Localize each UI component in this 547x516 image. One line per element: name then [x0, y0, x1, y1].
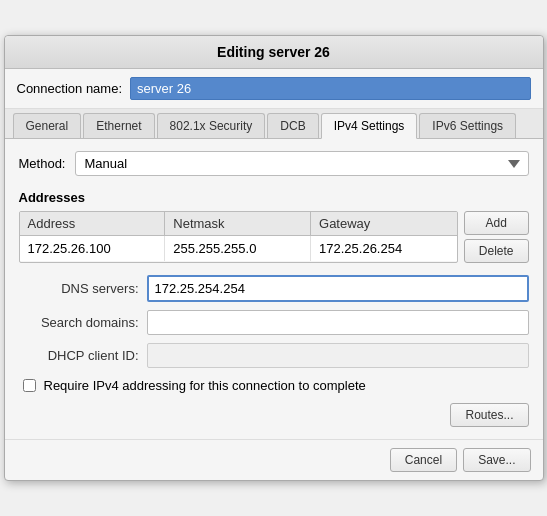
connection-name-row: Connection name:	[5, 69, 543, 109]
tab-ipv4[interactable]: IPv4 Settings	[321, 113, 418, 139]
dns-input[interactable]	[147, 275, 529, 302]
search-row: Search domains:	[19, 310, 529, 335]
add-button[interactable]: Add	[464, 211, 529, 235]
tab-content-ipv4: Method: Manual Addresses Address Netmask…	[5, 139, 543, 439]
addresses-section: Addresses Address Netmask Gateway 172.25…	[19, 190, 529, 263]
tab-8021x[interactable]: 802.1x Security	[157, 113, 266, 138]
search-input[interactable]	[147, 310, 529, 335]
require-ipv4-checkbox[interactable]	[23, 379, 36, 392]
require-ipv4-row: Require IPv4 addressing for this connect…	[19, 378, 529, 393]
method-row: Method: Manual	[19, 151, 529, 176]
col-gateway: Gateway	[311, 212, 457, 235]
cancel-button[interactable]: Cancel	[390, 448, 457, 472]
dhcp-label: DHCP client ID:	[19, 348, 139, 363]
connection-name-input[interactable]	[130, 77, 530, 100]
dns-label: DNS servers:	[19, 281, 139, 296]
routes-button[interactable]: Routes...	[450, 403, 528, 427]
dialog-title: Editing server 26	[5, 36, 543, 69]
tabs-bar: General Ethernet 802.1x Security DCB IPv…	[5, 109, 543, 139]
addresses-table-wrap: Address Netmask Gateway 172.25.26.100 25…	[19, 211, 529, 263]
tab-ipv6[interactable]: IPv6 Settings	[419, 113, 516, 138]
dhcp-input	[147, 343, 529, 368]
addresses-title: Addresses	[19, 190, 529, 205]
col-netmask: Netmask	[165, 212, 311, 235]
search-label: Search domains:	[19, 315, 139, 330]
cell-netmask: 255.255.255.0	[165, 236, 311, 261]
table-row[interactable]: 172.25.26.100 255.255.255.0 172.25.26.25…	[20, 236, 457, 261]
cell-address: 172.25.26.100	[20, 236, 166, 261]
require-ipv4-label: Require IPv4 addressing for this connect…	[44, 378, 366, 393]
dns-row: DNS servers:	[19, 275, 529, 302]
method-select[interactable]: Manual	[75, 151, 528, 176]
tab-dcb[interactable]: DCB	[267, 113, 318, 138]
table-header: Address Netmask Gateway	[20, 212, 457, 236]
addr-buttons: Add Delete	[464, 211, 529, 263]
tab-general[interactable]: General	[13, 113, 82, 138]
save-button[interactable]: Save...	[463, 448, 530, 472]
routes-row: Routes...	[19, 403, 529, 427]
col-address: Address	[20, 212, 166, 235]
bottom-row: Cancel Save...	[5, 439, 543, 480]
cell-gateway: 172.25.26.254	[311, 236, 457, 261]
method-label: Method:	[19, 156, 66, 171]
dhcp-row: DHCP client ID:	[19, 343, 529, 368]
dialog: Editing server 26 Connection name: Gener…	[4, 35, 544, 481]
tab-ethernet[interactable]: Ethernet	[83, 113, 154, 138]
connection-name-label: Connection name:	[17, 81, 123, 96]
delete-button[interactable]: Delete	[464, 239, 529, 263]
addresses-table: Address Netmask Gateway 172.25.26.100 25…	[19, 211, 458, 263]
